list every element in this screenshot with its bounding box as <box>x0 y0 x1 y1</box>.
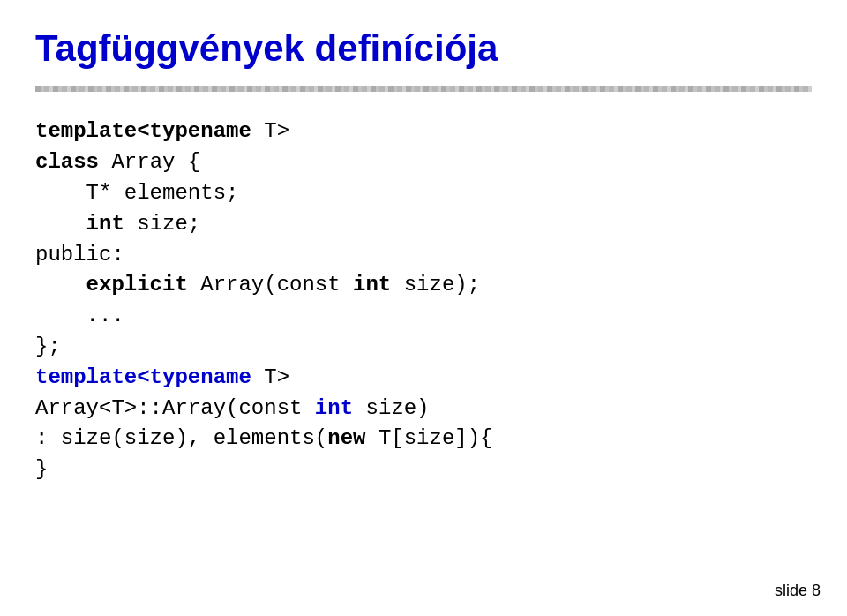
code-text: size) <box>353 396 429 420</box>
code-text: }; <box>35 334 61 358</box>
slide-container: Tagfüggvények definíciója template<typen… <box>0 0 847 616</box>
slide-title: Tagfüggvények definíciója <box>35 26 812 71</box>
code-text: } <box>35 457 48 481</box>
keyword-template-2: template<typename <box>35 365 264 389</box>
keyword-template: template<typename <box>35 119 264 143</box>
code-line-3: T* elements; <box>35 178 812 209</box>
code-line-6: explicit Array(const int size); <box>35 270 812 301</box>
code-line-12: } <box>35 454 812 485</box>
code-line-4: int size; <box>35 209 812 240</box>
code-line-10: Array<T>::Array(const int size) <box>35 394 812 424</box>
code-text: public: <box>35 243 124 267</box>
code-text <box>35 212 86 236</box>
code-text: ... <box>35 304 124 327</box>
code-text: T[size]){ <box>365 426 492 450</box>
code-block: template<typename T> class Array { T* el… <box>35 116 812 485</box>
keyword-int-1: int <box>86 212 124 236</box>
code-line-11: : size(size), elements(new T[size]){ <box>35 424 812 454</box>
slide-number: slide 8 <box>775 582 821 600</box>
code-text: : size(size), elements( <box>35 426 327 450</box>
code-text: Array<T>::Array(const <box>35 396 315 420</box>
code-text: T> <box>264 119 289 143</box>
code-text <box>35 273 86 297</box>
divider <box>35 86 812 92</box>
code-text: T* elements; <box>35 181 238 205</box>
code-line-8: }; <box>35 332 812 363</box>
code-line-9: template<typename T> <box>35 363 812 394</box>
keyword-new: new <box>327 426 365 450</box>
keyword-class: class <box>35 150 99 174</box>
code-text: T> <box>264 365 289 389</box>
keyword-explicit: explicit <box>86 273 188 297</box>
code-text: size); <box>391 273 480 297</box>
code-text: Array(const <box>188 273 353 297</box>
code-line-7: ... <box>35 301 812 332</box>
code-line-2: class Array { <box>35 147 812 178</box>
keyword-int-blue: int <box>315 396 353 420</box>
keyword-int-2: int <box>353 273 391 297</box>
code-line-5: public: <box>35 240 812 271</box>
code-text: size; <box>124 212 200 236</box>
code-text: Array { <box>99 150 200 174</box>
code-line-1: template<typename T> <box>35 116 812 147</box>
